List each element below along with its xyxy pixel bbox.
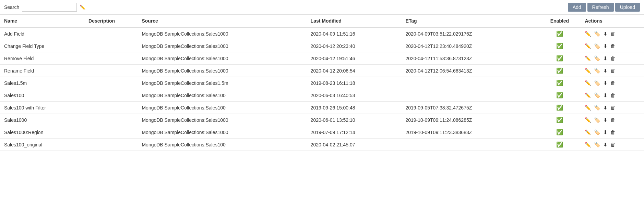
cell-description	[84, 126, 138, 139]
edit-action-icon[interactable]: ✏️	[585, 92, 591, 99]
cell-description	[84, 102, 138, 114]
table-row: Sales1000:RegionMongoDB SampleCollection…	[0, 126, 644, 139]
action-icons-group: ✏️🏷️⬇🗑	[585, 117, 640, 123]
table-body: Add FieldMongoDB SampleCollections:Sales…	[0, 27, 644, 151]
edit-action-icon[interactable]: ✏️	[585, 142, 591, 148]
delete-action-icon[interactable]: 🗑	[610, 92, 616, 98]
delete-action-icon[interactable]: 🗑	[610, 105, 616, 110]
cell-last-modified: 2019-07-09 17:12:14	[307, 126, 402, 139]
tag-action-icon[interactable]: 🏷️	[594, 43, 600, 49]
col-header-last-modified: Last Modified	[307, 15, 402, 27]
cell-actions: ✏️🏷️⬇🗑	[581, 102, 644, 114]
cell-source: MongoDB SampleCollections:Sales1000	[138, 126, 306, 139]
action-icons-group: ✏️🏷️⬇🗑	[585, 43, 640, 49]
cell-name: Remove Field	[0, 52, 84, 65]
download-action-icon[interactable]: ⬇	[603, 142, 608, 148]
tag-action-icon[interactable]: 🏷️	[594, 129, 600, 135]
table-row: Rename FieldMongoDB SampleCollections:Sa…	[0, 65, 644, 77]
tag-action-icon[interactable]: 🏷️	[594, 117, 600, 123]
edit-action-icon[interactable]: ✏️	[585, 117, 591, 123]
enabled-check-icon: ✅	[556, 43, 563, 49]
edit-action-icon[interactable]: ✏️	[585, 80, 591, 86]
cell-enabled: ✅	[538, 27, 581, 40]
tag-action-icon[interactable]: 🏷️	[594, 55, 600, 62]
col-header-description: Description	[84, 15, 138, 27]
cell-source: MongoDB SampleCollections:Sales1000	[138, 65, 306, 77]
cell-actions: ✏️🏷️⬇🗑	[581, 126, 644, 139]
tag-action-icon[interactable]: 🏷️	[594, 31, 600, 37]
download-action-icon[interactable]: ⬇	[603, 68, 608, 74]
cell-actions: ✏️🏷️⬇🗑	[581, 77, 644, 89]
download-action-icon[interactable]: ⬇	[603, 129, 608, 135]
table-row: Add FieldMongoDB SampleCollections:Sales…	[0, 27, 644, 40]
delete-action-icon[interactable]: 🗑	[610, 68, 616, 74]
cell-name: Sales100	[0, 89, 84, 102]
table-row: Sales100MongoDB SampleCollections:Sales1…	[0, 89, 644, 102]
refresh-button[interactable]: Refresh	[587, 3, 614, 12]
download-action-icon[interactable]: ⬇	[603, 43, 608, 49]
tag-action-icon[interactable]: 🏷️	[594, 92, 600, 99]
enabled-check-icon: ✅	[556, 117, 563, 123]
tag-action-icon[interactable]: 🏷️	[594, 105, 600, 111]
tag-action-icon[interactable]: 🏷️	[594, 80, 600, 86]
delete-action-icon[interactable]: 🗑	[610, 55, 616, 61]
delete-action-icon[interactable]: 🗑	[610, 80, 616, 86]
cell-source: MongoDB SampleCollections:Sales100	[138, 139, 306, 151]
edit-icon[interactable]: ✏️	[80, 4, 85, 10]
cell-etag: 2020-04-12T12:23:40.484920Z	[401, 40, 538, 52]
toolbar: Search ✏️ Add Refresh Upload	[0, 0, 644, 15]
edit-action-icon[interactable]: ✏️	[585, 31, 591, 37]
cell-source: MongoDB SampleCollections:Sales1000	[138, 27, 306, 40]
download-action-icon[interactable]: ⬇	[603, 92, 608, 99]
action-icons-group: ✏️🏷️⬇🗑	[585, 92, 640, 99]
cell-last-modified: 2019-09-26 15:00:48	[307, 102, 402, 114]
add-button[interactable]: Add	[568, 3, 586, 12]
cell-enabled: ✅	[538, 139, 581, 151]
cell-source: MongoDB SampleCollections:Sales1000	[138, 52, 306, 65]
cell-etag: 2019-10-09T09:11:23.383683Z	[401, 126, 538, 139]
delete-action-icon[interactable]: 🗑	[610, 31, 616, 37]
cell-etag: 2020-04-09T03:51:22.029176Z	[401, 27, 538, 40]
cell-name: Sales1.5m	[0, 77, 84, 89]
cell-last-modified: 2020-04-12 20:06:54	[307, 65, 402, 77]
download-action-icon[interactable]: ⬇	[603, 105, 608, 111]
table-row: Change Field TypeMongoDB SampleCollectio…	[0, 40, 644, 52]
search-label: Search	[4, 4, 19, 10]
download-action-icon[interactable]: ⬇	[603, 80, 608, 86]
action-icons-group: ✏️🏷️⬇🗑	[585, 80, 640, 86]
edit-action-icon[interactable]: ✏️	[585, 105, 591, 111]
table-row: Sales1000MongoDB SampleCollections:Sales…	[0, 114, 644, 126]
tag-action-icon[interactable]: 🏷️	[594, 142, 600, 148]
cell-etag: 2020-04-12T12:06:54.663413Z	[401, 65, 538, 77]
cell-name: Sales1000:Region	[0, 126, 84, 139]
enabled-check-icon: ✅	[556, 55, 563, 61]
download-action-icon[interactable]: ⬇	[603, 55, 608, 62]
cell-description	[84, 77, 138, 89]
cell-actions: ✏️🏷️⬇🗑	[581, 40, 644, 52]
edit-action-icon[interactable]: ✏️	[585, 68, 591, 74]
upload-button[interactable]: Upload	[615, 3, 640, 12]
action-icons-group: ✏️🏷️⬇🗑	[585, 68, 640, 74]
action-icons-group: ✏️🏷️⬇🗑	[585, 142, 640, 148]
delete-action-icon[interactable]: 🗑	[610, 43, 616, 49]
cell-etag: 2019-09-05T07:38:32.472675Z	[401, 102, 538, 114]
download-action-icon[interactable]: ⬇	[603, 31, 608, 37]
delete-action-icon[interactable]: 🗑	[610, 129, 616, 135]
delete-action-icon[interactable]: 🗑	[610, 142, 616, 147]
cell-source: MongoDB SampleCollections:Sales100	[138, 102, 306, 114]
cell-last-modified: 2020-06-03 16:40:53	[307, 89, 402, 102]
edit-action-icon[interactable]: ✏️	[585, 43, 591, 49]
cell-description	[84, 89, 138, 102]
table-header: Name Description Source Last Modified ET…	[0, 15, 644, 27]
download-action-icon[interactable]: ⬇	[603, 117, 608, 123]
cell-name: Change Field Type	[0, 40, 84, 52]
data-table: Name Description Source Last Modified ET…	[0, 15, 644, 151]
search-input[interactable]	[22, 3, 77, 12]
cell-actions: ✏️🏷️⬇🗑	[581, 27, 644, 40]
edit-action-icon[interactable]: ✏️	[585, 129, 591, 135]
delete-action-icon[interactable]: 🗑	[610, 117, 616, 123]
edit-action-icon[interactable]: ✏️	[585, 55, 591, 62]
tag-action-icon[interactable]: 🏷️	[594, 68, 600, 74]
cell-last-modified: 2020-04-12 20:23:40	[307, 40, 402, 52]
cell-enabled: ✅	[538, 65, 581, 77]
